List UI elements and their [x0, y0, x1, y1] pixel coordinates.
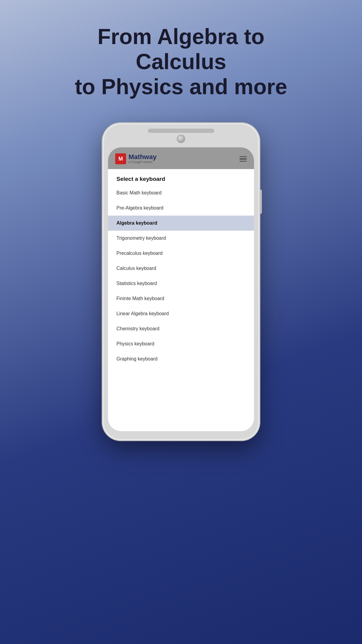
- phone-camera: [177, 135, 185, 143]
- keyboard-item[interactable]: Graphing keyboard: [108, 351, 254, 367]
- keyboard-item[interactable]: Trigonometry keyboard: [108, 231, 254, 246]
- keyboard-list: Basic Math keyboardPre-Algebra keyboardA…: [108, 185, 254, 367]
- keyboard-item[interactable]: Chemistry keyboard: [108, 321, 254, 336]
- phone-screen: M Mathway a Chegg® service Select a keyb…: [108, 147, 254, 431]
- section-title: Select a keyboard: [108, 169, 254, 185]
- page-title: From Algebra to Calculus to Physics and …: [45, 24, 317, 99]
- keyboard-item[interactable]: Precalculus keyboard: [108, 246, 254, 261]
- app-header: M Mathway a Chegg® service: [108, 147, 254, 169]
- logo-area: M Mathway a Chegg® service: [115, 153, 157, 164]
- phone-notch: [148, 129, 214, 133]
- logo-icon: M: [115, 153, 126, 164]
- keyboard-item[interactable]: Physics keyboard: [108, 336, 254, 351]
- keyboard-item[interactable]: Fininte Math keyboard: [108, 291, 254, 306]
- app-content: Select a keyboard Basic Math keyboardPre…: [108, 169, 254, 431]
- menu-button[interactable]: [240, 156, 247, 162]
- keyboard-item[interactable]: Pre-Algebra keyboard: [108, 200, 254, 216]
- phone-mockup: M Mathway a Chegg® service Select a keyb…: [103, 123, 259, 440]
- logo-name: Mathway: [129, 154, 157, 160]
- keyboard-item[interactable]: Basic Math keyboard: [108, 185, 254, 200]
- keyboard-item[interactable]: Calculus keyboard: [108, 261, 254, 276]
- keyboard-item[interactable]: Statistics keyboard: [108, 276, 254, 291]
- logo-text: Mathway a Chegg® service: [129, 154, 157, 164]
- phone-shell: M Mathway a Chegg® service Select a keyb…: [103, 123, 259, 440]
- logo-sub: a Chegg® service: [129, 160, 157, 164]
- keyboard-item[interactable]: Linear Algebra keyboard: [108, 306, 254, 321]
- keyboard-item[interactable]: Algebra keyboard: [108, 216, 254, 231]
